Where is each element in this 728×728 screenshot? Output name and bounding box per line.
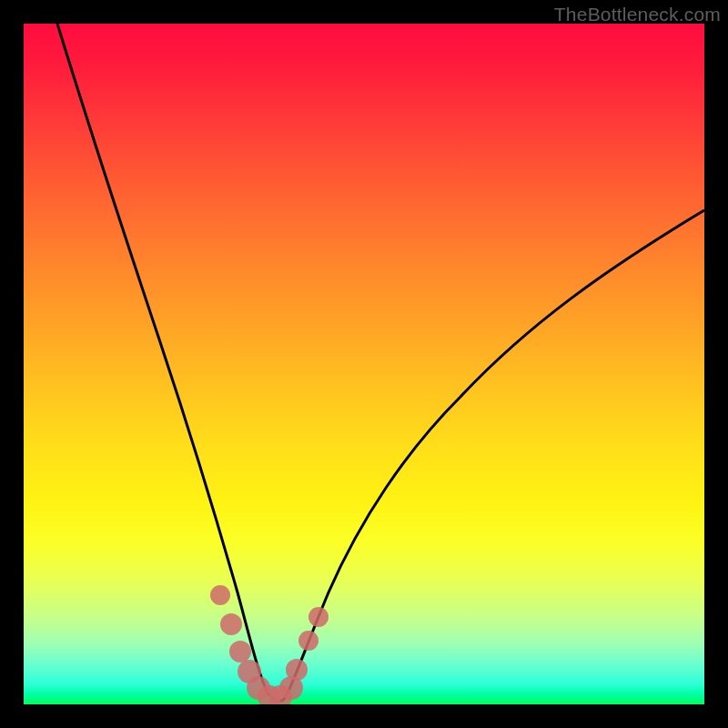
svg-point-2 <box>229 641 251 662</box>
svg-point-10 <box>308 607 329 627</box>
chart-frame: TheBottleneck.com <box>0 0 728 728</box>
plot-area <box>24 24 704 704</box>
svg-point-9 <box>298 631 318 651</box>
svg-point-8 <box>286 659 308 681</box>
marker-group <box>210 585 329 704</box>
svg-point-1 <box>220 613 242 635</box>
svg-point-0 <box>210 585 230 605</box>
watermark-text: TheBottleneck.com <box>554 4 721 25</box>
highlight-markers <box>24 24 704 704</box>
